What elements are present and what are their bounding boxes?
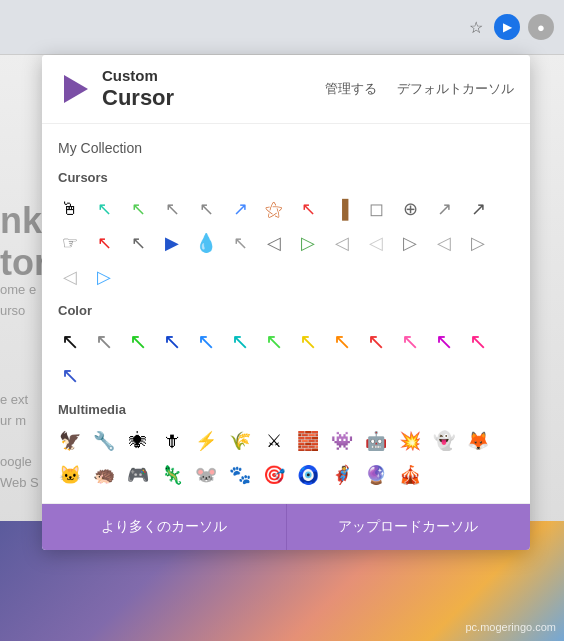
cursor-item[interactable]: ↖ — [190, 326, 222, 358]
multimedia-grid: 🦅 🔧 🕷 🗡 ⚡ 🌾 ⚔ 🧱 👾 🤖 💥 👻 🦊 🐱 🦔 🎮 🦎 🐭 🐾 🎯 … — [42, 421, 530, 495]
cursor-item[interactable]: ◁ — [360, 227, 392, 259]
bg-text-small-2: e extur moogleWeb S — [0, 390, 39, 494]
logo-icon — [58, 71, 94, 107]
cursor-item[interactable]: ▷ — [88, 261, 120, 293]
cursor-item[interactable]: ↖ — [428, 326, 460, 358]
cursor-item[interactable]: 🦸 — [326, 459, 358, 491]
cursor-item[interactable]: 🔮 — [360, 459, 392, 491]
multimedia-section-title: Multimedia — [42, 396, 530, 421]
cursor-item[interactable]: 🧿 — [292, 459, 324, 491]
cursor-item[interactable]: 🎮 — [122, 459, 154, 491]
profile-icon[interactable]: ● — [528, 14, 554, 40]
cursor-item[interactable]: ▷ — [462, 227, 494, 259]
svg-marker-0 — [64, 75, 88, 103]
cursor-item[interactable]: ↖ — [292, 193, 324, 225]
cursor-item[interactable]: 👻 — [428, 425, 460, 457]
cursor-item[interactable]: ↖ — [122, 326, 154, 358]
logo-cursor-text: Cursor — [102, 85, 174, 111]
upload-cursor-button[interactable]: アップロードカーソル — [287, 504, 531, 550]
logo-text: Custom Cursor — [102, 67, 174, 111]
cursor-item[interactable]: ↖ — [360, 326, 392, 358]
cursor-item[interactable]: ↖ — [122, 227, 154, 259]
color-grid: ↖ ↖ ↖ ↖ ↖ ↖ ↖ ↖ ↖ ↖ ↖ ↖ ↖ ↖ — [42, 322, 530, 396]
popup-content[interactable]: My Collection Cursors 🖱 ↖ ↖ ↖ ↖ ↗ ⚝ ↖ ▐ … — [42, 124, 530, 503]
cursor-item[interactable]: ↖ — [224, 326, 256, 358]
my-collection-link[interactable]: My Collection — [42, 132, 530, 164]
cursor-item[interactable]: 🐱 — [54, 459, 86, 491]
cursor-item[interactable]: ↗ — [428, 193, 460, 225]
cursor-item[interactable]: ↖ — [258, 326, 290, 358]
cursor-item[interactable]: 🗡 — [156, 425, 188, 457]
cursor-item[interactable]: ▶ — [156, 227, 188, 259]
cursor-item[interactable]: ↖ — [394, 326, 426, 358]
cursor-item[interactable]: ↖ — [54, 360, 86, 392]
cursor-item[interactable]: ⚡ — [190, 425, 222, 457]
cursor-item[interactable]: ↖ — [224, 227, 256, 259]
cursors-section-title: Cursors — [42, 164, 530, 189]
cursor-item[interactable]: ⊕ — [394, 193, 426, 225]
cursor-item[interactable]: 🧱 — [292, 425, 324, 457]
cursor-item[interactable]: 🌾 — [224, 425, 256, 457]
extension-play-icon[interactable]: ▶ — [494, 14, 520, 40]
nav-manage-link[interactable]: 管理する — [325, 80, 377, 98]
more-cursors-button[interactable]: より多くのカーソル — [42, 504, 287, 550]
cursor-item[interactable]: ↖ — [462, 326, 494, 358]
cursor-item[interactable]: ◁ — [428, 227, 460, 259]
cursor-item[interactable]: 💥 — [394, 425, 426, 457]
cursor-item[interactable]: 🦊 — [462, 425, 494, 457]
popup-footer: より多くのカーソル アップロードカーソル — [42, 503, 530, 550]
cursor-item[interactable]: 👾 — [326, 425, 358, 457]
color-section-title: Color — [42, 297, 530, 322]
cursor-item[interactable]: 🖱 — [54, 193, 86, 225]
cursor-item[interactable]: ◁ — [54, 261, 86, 293]
cursor-item[interactable]: ▷ — [394, 227, 426, 259]
cursor-item[interactable]: ↖ — [292, 326, 324, 358]
cursor-item[interactable]: ↖ — [326, 326, 358, 358]
browser-toolbar: ☆ ▶ ● — [0, 0, 564, 55]
cursor-item[interactable]: ◁ — [258, 227, 290, 259]
cursor-item[interactable]: 🐭 — [190, 459, 222, 491]
cursor-item[interactable]: ↗ — [224, 193, 256, 225]
cursor-item[interactable]: 🐾 — [224, 459, 256, 491]
cursor-item[interactable]: ◁ — [326, 227, 358, 259]
cursor-item[interactable]: 🕷 — [122, 425, 154, 457]
cursor-item[interactable]: 🔧 — [88, 425, 120, 457]
bookmark-icon[interactable]: ☆ — [466, 17, 486, 37]
watermark: pc.mogeringo.com — [466, 621, 557, 633]
cursor-item[interactable]: ⚝ — [258, 193, 290, 225]
cursor-item[interactable]: 🎯 — [258, 459, 290, 491]
logo-custom-text: Custom — [102, 67, 174, 85]
header-nav: 管理する デフォルトカーソル — [325, 80, 514, 98]
cursor-item[interactable]: ↖ — [54, 326, 86, 358]
cursor-item[interactable]: 🦎 — [156, 459, 188, 491]
cursor-item[interactable]: ⚔ — [258, 425, 290, 457]
cursor-item[interactable]: ↖ — [156, 326, 188, 358]
nav-default-link[interactable]: デフォルトカーソル — [397, 80, 514, 98]
cursor-item[interactable]: 🦔 — [88, 459, 120, 491]
cursor-item[interactable]: 💧 — [190, 227, 222, 259]
cursor-item[interactable]: ↖ — [156, 193, 188, 225]
cursor-item[interactable]: 🎪 — [394, 459, 426, 491]
cursor-item[interactable]: 🦅 — [54, 425, 86, 457]
cursor-item[interactable]: ↗ — [462, 193, 494, 225]
cursor-item[interactable]: ↖ — [88, 227, 120, 259]
cursor-item[interactable]: ☞ — [54, 227, 86, 259]
custom-cursor-popup: Custom Cursor 管理する デフォルトカーソル My Collecti… — [42, 55, 530, 550]
cursor-item[interactable]: ↖ — [190, 193, 222, 225]
cursor-item[interactable]: ↖ — [88, 326, 120, 358]
bg-text-small-1: ome eurso — [0, 280, 36, 322]
cursor-item[interactable]: ↖ — [88, 193, 120, 225]
cursor-item[interactable]: 🤖 — [360, 425, 392, 457]
cursor-item[interactable]: ▐ — [326, 193, 358, 225]
popup-header: Custom Cursor 管理する デフォルトカーソル — [42, 55, 530, 124]
cursor-item[interactable]: ↖ — [122, 193, 154, 225]
cursor-item[interactable]: ◻ — [360, 193, 392, 225]
cursor-item[interactable]: ▷ — [292, 227, 324, 259]
cursors-grid: 🖱 ↖ ↖ ↖ ↖ ↗ ⚝ ↖ ▐ ◻ ⊕ ↗ ↗ ☞ ↖ ↖ ▶ 💧 ↖ ◁ … — [42, 189, 530, 297]
logo-container: Custom Cursor — [58, 67, 174, 111]
